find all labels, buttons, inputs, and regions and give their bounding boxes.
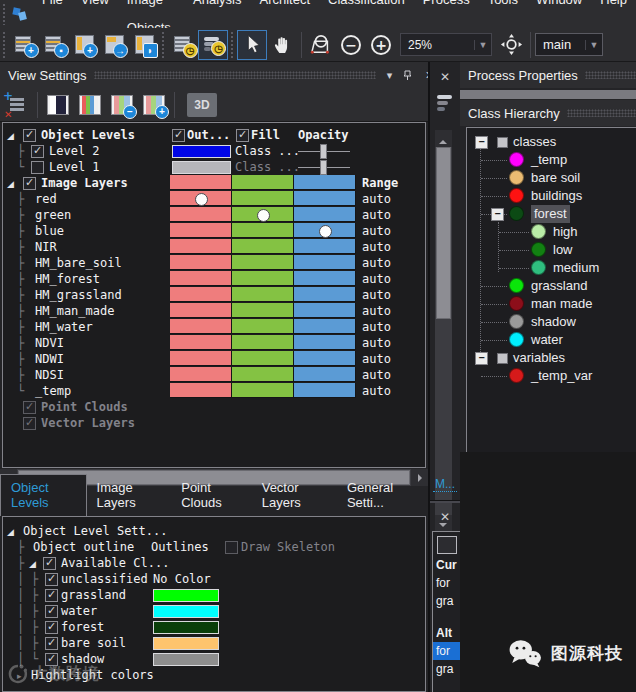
checkbox[interactable]	[31, 161, 44, 174]
close-icon[interactable]: ✕	[430, 510, 460, 524]
rgb-layer-mixing-button[interactable]	[79, 95, 101, 115]
current-class-for[interactable]: for	[433, 574, 461, 592]
class-temp[interactable]: _temp	[467, 151, 636, 169]
channel-cell-b[interactable]	[294, 287, 356, 302]
tree-item-object-outline[interactable]: ├Object outlineOutlinesDraw Skeleton	[3, 539, 425, 555]
class-color-swatch[interactable]	[153, 653, 219, 666]
channel-cell-b[interactable]	[294, 383, 356, 398]
zoom-in-button[interactable]: +	[366, 30, 396, 60]
add-map-button[interactable]: +	[69, 30, 99, 60]
collapse-icon[interactable]: −	[491, 208, 504, 221]
level-row-level-2[interactable]: Class ...	[170, 143, 426, 159]
channel-cell-b[interactable]	[294, 255, 356, 270]
channel-cell-g[interactable]	[232, 335, 294, 350]
class-row-water[interactable]: │├water	[3, 603, 425, 619]
channel-cell-r[interactable]	[170, 351, 232, 366]
toolbar-grip[interactable]	[2, 31, 7, 58]
scroll-up-arrow[interactable]	[435, 130, 452, 147]
channel-cell-r[interactable]	[170, 335, 232, 350]
channel-radio[interactable]	[195, 193, 208, 206]
checkbox[interactable]	[23, 401, 36, 414]
scrollbar-thumb[interactable]	[436, 147, 451, 319]
group-variables[interactable]: −variables	[467, 349, 636, 367]
class-row-grassland[interactable]: │├grassland	[3, 587, 425, 603]
current-class-gra[interactable]: gra	[433, 592, 461, 610]
map-tab[interactable]: M...	[433, 477, 457, 492]
channel-cell-g[interactable]	[232, 367, 294, 382]
tree-item-object-level-sett[interactable]: ◢Object Level Sett...	[3, 523, 425, 539]
channel-cell-g[interactable]	[232, 239, 294, 254]
channel-radio[interactable]	[319, 225, 332, 238]
checkbox[interactable]	[45, 621, 58, 634]
load-image-button[interactable]: ◷	[168, 30, 198, 60]
slider-thumb[interactable]	[320, 144, 327, 159]
toolbar-grip[interactable]	[230, 31, 235, 58]
class-high[interactable]: high	[467, 223, 636, 241]
checkbox[interactable]	[23, 177, 36, 190]
class-color-swatch[interactable]	[153, 637, 219, 650]
process-tree-button[interactable]: ◷	[198, 30, 228, 60]
level-row-level-1[interactable]: Class ...	[170, 159, 426, 175]
channel-cell-g[interactable]	[232, 191, 294, 206]
channel-cell-b[interactable]	[294, 335, 356, 350]
channel-cell-b[interactable]	[294, 223, 356, 238]
checkbox[interactable]	[23, 129, 36, 142]
channel-cell-r[interactable]	[170, 319, 232, 334]
tree-item-vector-layers[interactable]: Vector Layers	[3, 415, 425, 431]
checkbox[interactable]	[31, 145, 44, 158]
checkbox[interactable]	[172, 129, 185, 142]
checkbox[interactable]	[23, 417, 36, 430]
alt-class-gra[interactable]: gra	[433, 660, 461, 678]
class-color-swatch[interactable]	[153, 589, 219, 602]
channel-cell-r[interactable]	[170, 271, 232, 286]
channel-cell-b[interactable]	[294, 271, 356, 286]
panel-menu-button[interactable]: ▾	[383, 69, 396, 82]
class-row-bare-soil[interactable]: │├bare soil	[3, 635, 425, 651]
channel-cell-r[interactable]	[170, 239, 232, 254]
checkbox[interactable]	[43, 557, 56, 570]
zoom-level-select[interactable]: 25% ▼	[400, 33, 492, 56]
single-layer-grayscale-button[interactable]	[47, 95, 69, 115]
checkbox[interactable]	[45, 637, 58, 650]
checkbox[interactable]	[45, 573, 58, 586]
channel-cell-g[interactable]	[232, 271, 294, 286]
alt-class-for[interactable]: for	[433, 642, 461, 660]
class-water[interactable]: water	[467, 331, 636, 349]
collapse-icon[interactable]: −	[475, 136, 488, 149]
class-row-forest[interactable]: │├forest	[3, 619, 425, 635]
zoom-region-button[interactable]	[306, 30, 336, 60]
zoom-out-button[interactable]: −	[336, 30, 366, 60]
class-forest[interactable]: −forest	[467, 205, 636, 223]
checkbox[interactable]	[225, 541, 238, 554]
tab-vector-layers[interactable]: Vector Layers	[252, 475, 337, 516]
navigate-button[interactable]	[496, 30, 526, 60]
tab-point-clouds[interactable]: Point Clouds	[171, 475, 251, 516]
edit-layer-mixing-button[interactable]: + ✕	[6, 95, 28, 115]
close-icon[interactable]: ✕	[430, 70, 460, 84]
channel-cell-b[interactable]	[294, 367, 356, 382]
channel-cell-r[interactable]	[170, 223, 232, 238]
pin-button[interactable]	[403, 70, 416, 81]
channel-cell-g[interactable]	[232, 383, 294, 398]
channel-cell-b[interactable]	[294, 239, 356, 254]
channel-cell-b[interactable]	[294, 207, 356, 222]
previous-layer-button[interactable]: −	[111, 95, 133, 115]
channel-cell-g[interactable]	[232, 287, 294, 302]
channel-cell-b[interactable]	[294, 319, 356, 334]
class-row-unclassified[interactable]: │├unclassifiedNo Color	[3, 571, 425, 587]
checkbox[interactable]	[45, 605, 58, 618]
group-classes[interactable]: −classes	[467, 133, 636, 151]
channel-cell-r[interactable]	[170, 367, 232, 382]
save-project-button[interactable]: ▪	[39, 30, 69, 60]
channel-cell-r[interactable]	[170, 191, 232, 206]
channel-cell-g[interactable]	[232, 223, 294, 238]
channel-radio[interactable]	[257, 209, 270, 222]
checkbox[interactable]	[236, 129, 249, 142]
class-man-made[interactable]: man made	[467, 295, 636, 313]
channel-cell-g[interactable]	[232, 303, 294, 318]
toolbar-grip[interactable]	[2, 3, 7, 25]
channel-cell-b[interactable]	[294, 191, 356, 206]
channel-cell-r[interactable]	[170, 207, 232, 222]
select-cursor-button[interactable]	[237, 30, 267, 60]
channel-cell-g[interactable]	[232, 255, 294, 270]
